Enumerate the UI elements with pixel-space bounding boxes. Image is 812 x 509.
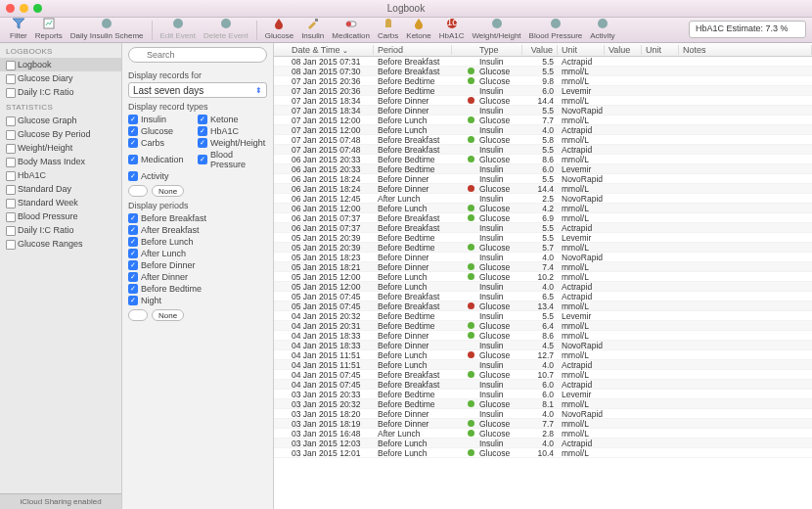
sidebar-item-standard-day[interactable]: Standard Day bbox=[0, 182, 121, 196]
table-row[interactable]: 05 Jan 2015 20:39Before BedtimeGlucose5.… bbox=[274, 243, 812, 253]
hba1c-button[interactable]: 1cHbA1C bbox=[435, 17, 469, 40]
table-row[interactable]: 03 Jan 2015 18:20Before DinnerInsulin4.0… bbox=[274, 409, 812, 419]
insulin-button[interactable]: Insulin bbox=[297, 17, 328, 40]
filter-period-after-breakfast[interactable]: After Breakfast bbox=[128, 224, 267, 236]
sidebar-item-logbook[interactable]: Logbook bbox=[0, 58, 121, 71]
table-row[interactable]: 04 Jan 2015 20:31Before BedtimeGlucose6.… bbox=[274, 321, 812, 331]
ketone-button[interactable]: Ketone bbox=[402, 17, 434, 40]
table-row[interactable]: 04 Jan 2015 11:51Before LunchGlucose12.7… bbox=[274, 350, 812, 360]
filter-period-before-bedtime[interactable]: Before Bedtime bbox=[128, 283, 267, 295]
filter-period-after-lunch[interactable]: After Lunch bbox=[128, 248, 267, 259]
table-row[interactable]: 08 Jan 2015 07:31Before BreakfastInsulin… bbox=[274, 57, 812, 67]
filter-period-before-lunch[interactable]: Before Lunch bbox=[128, 236, 267, 248]
filter-type-ketone[interactable]: Ketone bbox=[198, 114, 267, 125]
table-row[interactable]: 06 Jan 2015 18:24Before DinnerGlucose14.… bbox=[274, 184, 812, 194]
table-row[interactable]: 06 Jan 2015 12:45After LunchInsulin2.5No… bbox=[274, 194, 812, 204]
table-row[interactable]: 04 Jan 2015 07:45Before BreakfastGlucose… bbox=[274, 370, 812, 380]
table-row[interactable]: 03 Jan 2015 18:19Before DinnerGlucose7.7… bbox=[274, 419, 812, 429]
clear-types-button[interactable] bbox=[128, 185, 148, 197]
sidebar-item-glucose-diary[interactable]: Glucose Diary bbox=[0, 71, 121, 85]
sidebar-item-glucose-ranges[interactable]: Glucose Ranges bbox=[0, 237, 121, 251]
glucose-button[interactable]: Glucose bbox=[261, 17, 297, 40]
none-periods-button[interactable]: None bbox=[152, 309, 184, 321]
table-row[interactable]: 05 Jan 2015 12:00Before LunchGlucose10.2… bbox=[274, 272, 812, 282]
table-row[interactable]: 07 Jan 2015 20:36Before BedtimeGlucose9.… bbox=[274, 76, 812, 86]
filter-type-blood-pressure[interactable]: Blood Pressure bbox=[198, 149, 267, 170]
table-row[interactable]: 03 Jan 2015 12:01Before LunchGlucose10.4… bbox=[274, 448, 812, 458]
filter-type-hba1c[interactable]: HbA1C bbox=[198, 125, 267, 137]
table-row[interactable]: 06 Jan 2015 12:00Before LunchGlucose4.2m… bbox=[274, 204, 812, 213]
table-row[interactable]: 03 Jan 2015 20:33Before BedtimeInsulin6.… bbox=[274, 390, 812, 399]
table-row[interactable]: 04 Jan 2015 11:51Before LunchInsulin4.0A… bbox=[274, 360, 812, 370]
activity-button[interactable]: Activity bbox=[586, 17, 618, 40]
filter-period-before-dinner[interactable]: Before Dinner bbox=[128, 259, 267, 271]
table-row[interactable]: 07 Jan 2015 18:34Before DinnerGlucose14.… bbox=[274, 96, 812, 106]
filter-period-before-breakfast[interactable]: Before Breakfast bbox=[128, 212, 267, 224]
edit-event-button[interactable]: Edit Event bbox=[157, 17, 200, 40]
table-row[interactable]: 06 Jan 2015 20:33Before BedtimeInsulin6.… bbox=[274, 164, 812, 174]
filter-button[interactable]: Filter bbox=[6, 17, 31, 40]
sidebar-item-weight-height[interactable]: Weight/Height bbox=[0, 141, 121, 155]
daily-insulin-scheme-button[interactable]: Daily Insulin Scheme bbox=[67, 17, 148, 40]
col-header[interactable]: Period bbox=[374, 45, 452, 55]
table-row[interactable]: 06 Jan 2015 18:24Before DinnerInsulin5.5… bbox=[274, 174, 812, 184]
table-row[interactable]: 03 Jan 2015 20:32Before BedtimeGlucose8.… bbox=[274, 399, 812, 409]
col-header[interactable]: Value bbox=[605, 45, 642, 55]
col-header[interactable]: Value bbox=[522, 45, 558, 55]
table-row[interactable]: 05 Jan 2015 18:23Before DinnerInsulin4.0… bbox=[274, 253, 812, 262]
table-row[interactable]: 07 Jan 2015 12:00Before LunchGlucose7.7m… bbox=[274, 116, 812, 125]
table-row[interactable]: 07 Jan 2015 18:34Before DinnerInsulin5.5… bbox=[274, 106, 812, 116]
table-row[interactable]: 04 Jan 2015 20:32Before BedtimeInsulin5.… bbox=[274, 311, 812, 321]
sidebar-item-blood-pressure[interactable]: Blood Pressure bbox=[0, 209, 121, 223]
sidebar-item-daily-i-c-ratio[interactable]: Daily I:C Ratio bbox=[0, 223, 121, 237]
table-row[interactable]: 07 Jan 2015 20:36Before BedtimeInsulin6.… bbox=[274, 86, 812, 96]
table-row[interactable]: 03 Jan 2015 16:48After LunchGlucose2.8mm… bbox=[274, 429, 812, 439]
table-row[interactable]: 04 Jan 2015 07:45Before BreakfastInsulin… bbox=[274, 380, 812, 390]
table-row[interactable]: 03 Jan 2015 12:03Before LunchInsulin4.0A… bbox=[274, 439, 812, 448]
sidebar-item-hba1c[interactable]: HbA1C bbox=[0, 168, 121, 182]
table-row[interactable]: 06 Jan 2015 20:33Before BedtimeGlucose8.… bbox=[274, 155, 812, 164]
filter-period-night[interactable]: Night bbox=[128, 295, 267, 306]
sidebar-item-body-mass-index[interactable]: Body Mass Index bbox=[0, 155, 121, 168]
weight-height-button[interactable]: Weight/Height bbox=[468, 17, 524, 40]
filter-type-weight-height[interactable]: Weight/Height bbox=[198, 137, 267, 149]
table-row[interactable]: 05 Jan 2015 12:00Before LunchInsulin4.0A… bbox=[274, 282, 812, 292]
table-row[interactable]: 05 Jan 2015 20:39Before BedtimeInsulin5.… bbox=[274, 233, 812, 243]
table-row[interactable]: 05 Jan 2015 18:21Before DinnerGlucose7.4… bbox=[274, 262, 812, 272]
filter-type-carbs[interactable]: Carbs bbox=[128, 137, 198, 149]
sidebar-item-standard-week[interactable]: Standard Week bbox=[0, 196, 121, 209]
table-row[interactable]: 06 Jan 2015 07:37Before BreakfastGlucose… bbox=[274, 213, 812, 223]
clear-periods-button[interactable] bbox=[128, 309, 148, 321]
none-types-button[interactable]: None bbox=[152, 185, 184, 197]
table-row[interactable]: 05 Jan 2015 07:45Before BreakfastInsulin… bbox=[274, 292, 812, 301]
col-header[interactable]: Date & Time⌄ bbox=[288, 45, 374, 55]
table-row[interactable]: 04 Jan 2015 18:33Before DinnerGlucose8.6… bbox=[274, 331, 812, 341]
table-row[interactable]: 08 Jan 2015 07:30Before BreakfastGlucose… bbox=[274, 67, 812, 76]
reports-button[interactable]: Reports bbox=[31, 17, 67, 40]
search-input[interactable] bbox=[128, 47, 267, 63]
sidebar-item-glucose-by-period[interactable]: Glucose By Period bbox=[0, 127, 121, 141]
col-header[interactable]: Notes bbox=[679, 45, 812, 55]
date-range-select[interactable]: Last seven days ⬍ bbox=[128, 82, 267, 98]
filter-type-glucose[interactable]: Glucose bbox=[128, 125, 198, 137]
filter-type-medication[interactable]: Medication bbox=[128, 149, 198, 170]
filter-type-insulin[interactable]: Insulin bbox=[128, 114, 198, 125]
col-header[interactable]: Unit bbox=[642, 45, 679, 55]
blood-pressure-button[interactable]: Blood Pressure bbox=[525, 17, 587, 40]
col-header[interactable]: Unit bbox=[558, 45, 605, 55]
filter-type-activity[interactable]: Activity bbox=[128, 170, 198, 182]
table-body[interactable]: 08 Jan 2015 07:31Before BreakfastInsulin… bbox=[274, 57, 812, 509]
carbs-button[interactable]: Carbs bbox=[374, 17, 402, 40]
sidebar-item-daily-i-c-ratio[interactable]: Daily I:C Ratio bbox=[0, 85, 121, 99]
table-row[interactable]: 04 Jan 2015 18:33Before DinnerInsulin4.5… bbox=[274, 341, 812, 350]
col-header[interactable]: Type bbox=[475, 45, 522, 55]
table-row[interactable]: 07 Jan 2015 07:48Before BreakfastGlucose… bbox=[274, 135, 812, 145]
filter-period-after-dinner[interactable]: After Dinner bbox=[128, 271, 267, 283]
table-row[interactable]: 06 Jan 2015 07:37Before BreakfastInsulin… bbox=[274, 223, 812, 233]
medication-button[interactable]: Medication bbox=[328, 17, 374, 40]
table-row[interactable]: 07 Jan 2015 07:48Before BreakfastInsulin… bbox=[274, 145, 812, 155]
table-row[interactable]: 07 Jan 2015 12:00Before LunchInsulin4.0A… bbox=[274, 125, 812, 135]
sidebar-item-glucose-graph[interactable]: Glucose Graph bbox=[0, 114, 121, 127]
table-row[interactable]: 05 Jan 2015 07:45Before BreakfastGlucose… bbox=[274, 301, 812, 311]
delete-event-button[interactable]: Delete Event bbox=[200, 17, 252, 40]
